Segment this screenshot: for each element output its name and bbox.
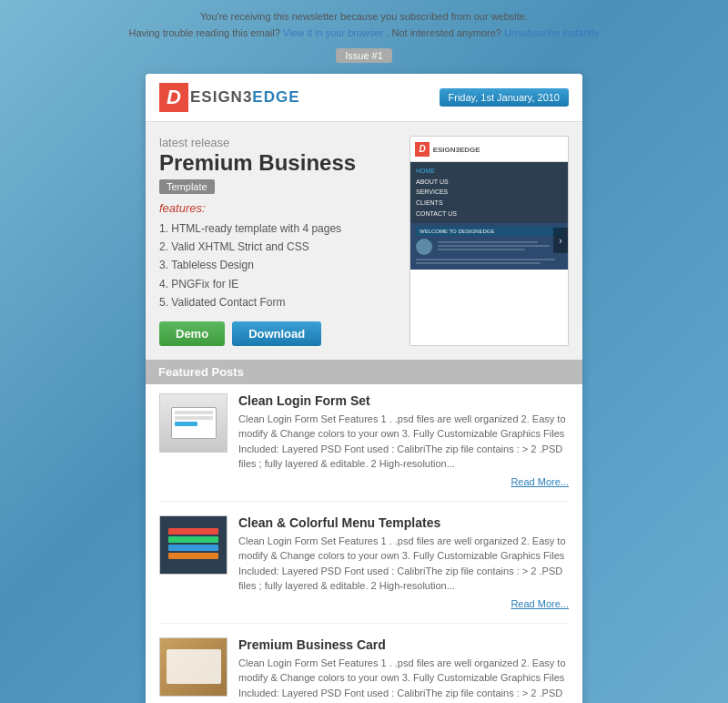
topbar-line1: You're receiving this newsletter because… — [0, 9, 728, 25]
thumb-field — [175, 416, 213, 420]
preview-body: WELCOME TO DESIGNEDGE — [410, 223, 568, 270]
feature-item: Validated Contact Form — [159, 293, 399, 311]
read-more-link[interactable]: Read More... — [238, 598, 569, 609]
preview-logo-d: D — [415, 142, 430, 157]
menu-thumb-items — [168, 528, 218, 561]
preview-bottom-lines — [416, 259, 562, 264]
hero-left: latest release Premium Business Template… — [159, 136, 399, 345]
thumb-inner — [160, 394, 227, 452]
thumb-menu-item — [168, 553, 218, 559]
thumb-menu-item — [168, 545, 218, 551]
preview-line — [438, 245, 550, 247]
topbar-line2: Having trouble reading this email? View … — [0, 25, 728, 42]
preview-header: D ESIGN3EDGE — [410, 137, 568, 162]
post-desc: Clean Login Form Set Features 1 . .psd f… — [238, 656, 569, 703]
post-content: Premium Business Card Clean Login Form S… — [238, 637, 569, 703]
thumb-menu-item — [168, 528, 218, 535]
post-desc: Clean Login Form Set Features 1 . .psd f… — [238, 412, 569, 472]
email-container: D ESIGN3EDGE Friday, 1st January, 2010 l… — [146, 74, 582, 703]
thumb-inner — [160, 638, 227, 696]
features-label: features: — [159, 201, 399, 215]
read-more-link[interactable]: Read More... — [238, 476, 569, 487]
posts-container: Clean Login Form Set Clean Login Form Se… — [146, 384, 582, 703]
preview-body-title: WELCOME TO DESIGNEDGE — [416, 227, 562, 236]
preview-avatar — [416, 239, 432, 255]
preview-nav-clients: CLIENTS — [416, 198, 562, 209]
post-item: Clean Login Form Set Clean Login Form Se… — [159, 393, 569, 502]
feature-item: PNGFix for IE — [159, 275, 399, 293]
thumb-btn — [175, 422, 197, 426]
post-item: Clean & Colorful Menu Templates Clean Lo… — [159, 515, 569, 624]
preview-logo-text: ESIGN3EDGE — [433, 146, 480, 154]
product-preview: D ESIGN3EDGE HOME ABOUT US SERVICES CLIE… — [410, 136, 569, 345]
logo: D ESIGN3EDGE — [159, 83, 300, 112]
preview-nav-services: SERVICES — [416, 187, 562, 198]
preview-line — [438, 241, 538, 243]
logo-text: ESIGN3EDGE — [190, 88, 300, 107]
feature-item: Tableless Design — [159, 256, 399, 274]
top-bar: You're receiving this newsletter because… — [0, 9, 728, 41]
post-thumbnail — [159, 637, 228, 697]
demo-button[interactable]: Demo — [159, 321, 225, 346]
preview-nav: HOME ABOUT US SERVICES CLIENTS CONTACT U… — [410, 162, 568, 223]
preview-text-lines — [438, 239, 562, 255]
preview-nav-contact: CONTACT US — [416, 209, 562, 219]
logo-letter: D — [159, 83, 188, 112]
download-button[interactable]: Download — [232, 321, 321, 346]
thumb-field — [175, 411, 213, 414]
featured-header: Featured Posts — [146, 360, 582, 384]
issue-badge: Issue #1 — [336, 48, 392, 63]
view-browser-link[interactable]: View it in your browser — [283, 27, 383, 38]
unsubscribe-link[interactable]: Unsubscribe instantly — [504, 27, 600, 38]
post-item: Premium Business Card Clean Login Form S… — [159, 637, 569, 703]
post-content: Clean & Colorful Menu Templates Clean Lo… — [238, 515, 569, 609]
latest-release-label: latest release — [159, 136, 399, 149]
preview-line — [416, 259, 555, 260]
post-title: Clean Login Form Set — [238, 393, 569, 408]
post-thumbnail — [159, 515, 228, 575]
email-header: D ESIGN3EDGE Friday, 1st January, 2010 — [146, 74, 582, 122]
thumb-menu-item — [168, 536, 218, 543]
preview-next-arrow[interactable]: › — [553, 228, 568, 253]
hero-buttons: Demo Download — [159, 321, 399, 346]
preview-line — [438, 249, 525, 250]
template-badge: Template — [159, 179, 215, 194]
post-thumbnail — [159, 393, 228, 453]
thumb-inner — [160, 516, 227, 574]
preview-line — [416, 262, 541, 264]
date-badge: Friday, 1st January, 2010 — [440, 88, 570, 107]
post-title: Premium Business Card — [238, 637, 569, 652]
preview-nav-home: HOME — [416, 166, 562, 177]
thumb-login-box — [171, 407, 217, 439]
post-desc: Clean Login Form Set Features 1 . .psd f… — [238, 534, 569, 594]
product-title: Premium Business — [159, 151, 399, 175]
thumb-card-preview — [167, 649, 221, 684]
preview-nav-about: ABOUT US — [416, 177, 562, 188]
post-content: Clean Login Form Set Clean Login Form Se… — [238, 393, 569, 487]
hero-section: latest release Premium Business Template… — [146, 122, 582, 359]
feature-item: HTML-ready template with 4 pages — [159, 219, 399, 238]
features-list: HTML-ready template with 4 pages Valid X… — [159, 219, 399, 312]
post-title: Clean & Colorful Menu Templates — [238, 515, 569, 530]
feature-item: Valid XHTML Strict and CSS — [159, 238, 399, 256]
